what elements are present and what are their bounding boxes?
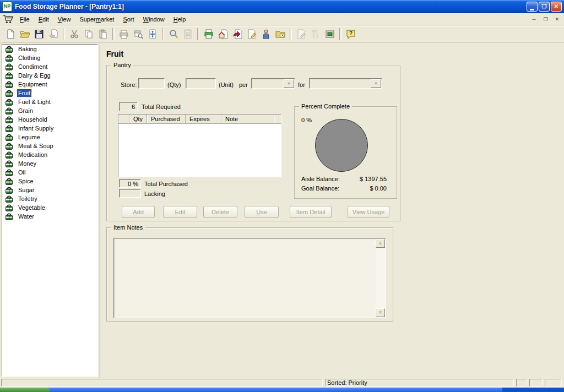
menu-view[interactable]: View bbox=[53, 14, 75, 25]
menu-sort[interactable]: Sort bbox=[118, 14, 138, 25]
view-usage-button[interactable]: View Usage bbox=[348, 206, 389, 218]
category-item-clothing[interactable]: Clothing bbox=[2, 53, 97, 62]
export-icon[interactable] bbox=[46, 28, 61, 41]
menu-window[interactable]: Window bbox=[139, 14, 169, 25]
mdi-minimize-button[interactable]: ─ bbox=[529, 15, 539, 23]
start-button[interactable] bbox=[0, 388, 50, 392]
save-icon[interactable] bbox=[32, 28, 46, 41]
category-item-equipment[interactable]: Equipment bbox=[2, 80, 97, 89]
print-icon[interactable] bbox=[117, 28, 131, 41]
category-label: Spice bbox=[17, 177, 35, 185]
purchases-table[interactable]: QtyPurchasedExpiresNote bbox=[118, 114, 281, 177]
category-item-oil[interactable]: Oil bbox=[2, 168, 97, 177]
menu-file[interactable]: File bbox=[15, 14, 34, 25]
use-button[interactable]: Use bbox=[245, 206, 279, 218]
store-qty-input[interactable] bbox=[138, 78, 165, 89]
restore-button[interactable]: ❐ bbox=[539, 2, 550, 12]
category-item-dairy-egg[interactable]: Dairy & Egg bbox=[2, 71, 97, 80]
scroll-up-icon[interactable]: ▲ bbox=[376, 239, 385, 248]
per-label: per bbox=[239, 80, 248, 89]
notes-scrollbar[interactable]: ▲ ▼ bbox=[376, 239, 385, 317]
category-item-grain[interactable]: Grain bbox=[2, 106, 97, 115]
open-icon[interactable] bbox=[18, 28, 32, 41]
cart-icon[interactable] bbox=[1, 14, 15, 25]
per-dropdown[interactable]: ▼ bbox=[251, 78, 295, 89]
category-label: Legume bbox=[17, 133, 41, 141]
basket-icon bbox=[5, 89, 17, 97]
category-item-spice[interactable]: Spice bbox=[2, 177, 97, 186]
for-dropdown-arrow-icon[interactable]: ▼ bbox=[371, 79, 381, 88]
edit-button[interactable]: Edit bbox=[163, 206, 197, 218]
main-panel: Fruit Pantry Store: (Qty) (Unit) per ▼ f… bbox=[101, 43, 562, 378]
category-item-fuel-light[interactable]: Fuel & Light bbox=[2, 97, 97, 106]
per-dropdown-arrow-icon[interactable]: ▼ bbox=[284, 79, 294, 88]
category-item-infant-supply[interactable]: Infant Supply bbox=[2, 124, 97, 133]
column-header-expires[interactable]: Expires bbox=[186, 115, 221, 124]
mdi-close-button[interactable]: ✕ bbox=[552, 15, 562, 23]
status-bar: Sorted: Priority bbox=[0, 378, 564, 388]
for-dropdown[interactable]: ▼ bbox=[309, 78, 382, 89]
category-item-household[interactable]: Household bbox=[2, 115, 97, 124]
cut-icon[interactable] bbox=[67, 28, 82, 41]
aisle-balance-label: Aisle Balance: bbox=[301, 175, 340, 183]
item-notes-textarea[interactable]: ▲ ▼ bbox=[113, 238, 386, 318]
delete-button[interactable]: Delete bbox=[203, 206, 237, 218]
menu-edit[interactable]: Edit bbox=[34, 14, 53, 25]
category-item-toiletry[interactable]: Toiletry bbox=[2, 194, 97, 203]
pantry-legend: Pantry bbox=[111, 62, 133, 68]
category-item-baking[interactable]: Baking bbox=[2, 45, 97, 53]
splitter[interactable] bbox=[100, 43, 100, 378]
scroll-down-icon[interactable]: ▼ bbox=[376, 308, 385, 317]
find-icon[interactable] bbox=[166, 28, 181, 41]
purchases-table-header[interactable]: QtyPurchasedExpiresNote bbox=[118, 115, 281, 124]
column-header-blank[interactable] bbox=[118, 115, 129, 124]
undo-document-icon[interactable] bbox=[230, 28, 245, 41]
store-unit-input[interactable] bbox=[186, 78, 216, 89]
basket-icon bbox=[5, 98, 17, 106]
column-header-blank[interactable] bbox=[274, 115, 281, 124]
category-item-sugar[interactable]: Sugar bbox=[2, 186, 97, 194]
category-item-fruit[interactable]: Fruit bbox=[2, 89, 97, 97]
menu-bar: FileEditViewSupermarketSortWindowHelp ─ … bbox=[0, 13, 564, 25]
category-item-medication[interactable]: Medication bbox=[2, 150, 97, 159]
help-icon[interactable]: ? bbox=[344, 28, 358, 41]
category-label: Clothing bbox=[17, 54, 41, 62]
add-button[interactable]: Add bbox=[122, 206, 155, 218]
category-item-money[interactable]: Money bbox=[2, 159, 97, 168]
cabinet-icon[interactable] bbox=[323, 28, 337, 41]
category-label: Money bbox=[17, 160, 37, 167]
new-icon[interactable] bbox=[3, 28, 18, 41]
column-header-note[interactable]: Note bbox=[221, 115, 274, 124]
mdi-restore-button[interactable]: ❐ bbox=[541, 15, 550, 23]
menu-help[interactable]: Help bbox=[169, 14, 191, 25]
goal-balance-label: Goal Balance: bbox=[301, 184, 339, 192]
category-item-meat-soup[interactable]: Meat & Soup bbox=[2, 141, 97, 150]
paste-icon[interactable] bbox=[96, 28, 110, 41]
calculator-icon bbox=[181, 28, 195, 41]
item-detail-button[interactable]: Item Detail bbox=[290, 206, 332, 218]
category-item-vegetable[interactable]: Vegetable bbox=[2, 203, 97, 212]
column-header-qty[interactable]: Qty bbox=[129, 115, 147, 124]
column-header-purchased[interactable]: Purchased bbox=[147, 115, 186, 124]
print-preview-icon[interactable] bbox=[131, 28, 145, 41]
person-icon[interactable] bbox=[259, 28, 273, 41]
minimize-button[interactable] bbox=[527, 2, 538, 12]
basket-icon bbox=[5, 133, 17, 141]
basket-icon bbox=[5, 142, 17, 150]
pantry-groupbox: Pantry Store: (Qty) (Unit) per ▼ for ▼ 6… bbox=[106, 65, 400, 221]
percent-complete-legend: Percent Complete bbox=[299, 103, 352, 110]
menu-supermarket[interactable]: Supermarket bbox=[75, 14, 118, 25]
folder-history-icon[interactable] bbox=[273, 28, 288, 41]
home-document-icon[interactable] bbox=[216, 28, 230, 41]
category-item-water[interactable]: Water bbox=[2, 212, 97, 221]
copy-icon[interactable] bbox=[82, 28, 96, 41]
category-item-legume[interactable]: Legume bbox=[2, 133, 97, 141]
page-setup-icon[interactable] bbox=[145, 28, 160, 41]
close-button[interactable]: ✕ bbox=[551, 2, 562, 12]
category-item-condiment[interactable]: Condiment bbox=[2, 62, 97, 71]
category-label: Condiment bbox=[17, 63, 48, 70]
print-list-icon[interactable] bbox=[202, 28, 216, 41]
edit-document-icon[interactable] bbox=[245, 28, 259, 41]
unit-label: (Unit) bbox=[219, 80, 234, 89]
category-label: Equipment bbox=[17, 80, 48, 88]
